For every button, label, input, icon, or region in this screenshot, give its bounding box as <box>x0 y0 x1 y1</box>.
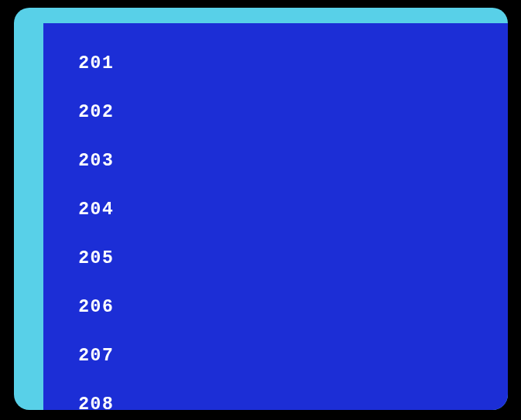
output-line: 206 <box>46 299 355 316</box>
output-line: 204 <box>46 202 355 218</box>
terminal-content: 201 202 203 204 205 206 207 208 209 210 … <box>46 23 355 410</box>
output-line: 202 <box>46 104 355 121</box>
output-line: 207 <box>46 348 355 364</box>
output-line: 201 <box>46 56 355 72</box>
screen-border: 201 202 203 204 205 206 207 208 209 210 … <box>14 8 508 410</box>
output-line: 208 <box>46 397 355 410</box>
output-line: 203 <box>46 153 355 169</box>
terminal-screen[interactable]: 201 202 203 204 205 206 207 208 209 210 … <box>43 23 508 410</box>
output-line: 205 <box>46 251 355 267</box>
